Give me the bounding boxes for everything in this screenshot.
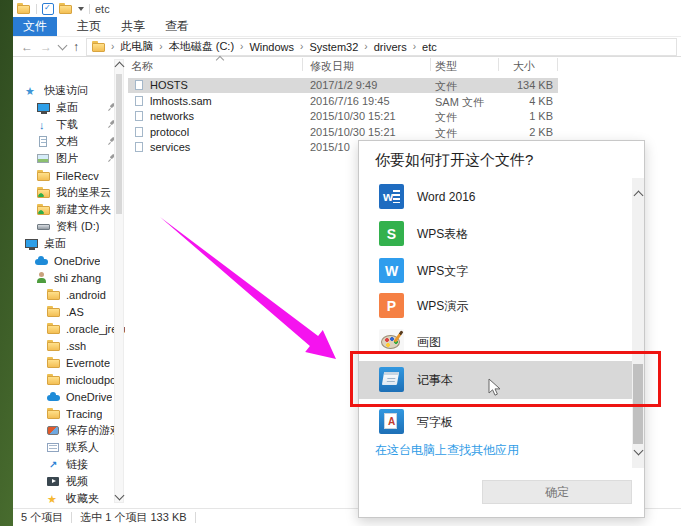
dialog-title: 你要如何打开这个文件? — [375, 151, 533, 170]
file-row[interactable]: HOSTS2017/1/2 9:49文件134 KB — [125, 78, 681, 94]
breadcrumb-item[interactable]: 本地磁盘 (C:) — [169, 39, 234, 54]
video-icon — [47, 476, 61, 488]
file-date: 2017/1/2 9:49 — [310, 79, 377, 91]
sidebar-item-label: 图片 — [56, 151, 78, 166]
column-separator[interactable] — [430, 58, 431, 71]
breadcrumb-item[interactable]: 此电脑 — [120, 39, 153, 54]
sidebar-item-label: shi zhang — [54, 272, 101, 284]
file-date: 2015/10/30 15:21 — [310, 126, 396, 138]
back-icon[interactable]: ← — [21, 41, 33, 53]
file-row[interactable]: protocol2015/10/30 15:21文件2 KB — [125, 125, 681, 141]
desktop: etc 文件 主页 共享 查看 ← → ↑ ›此电脑›本地磁盘 (C:)›Win… — [0, 0, 681, 526]
app-name: WPS文字 — [417, 252, 468, 290]
sidebar-item[interactable]: 图片 — [13, 150, 125, 167]
annotation-red-box — [350, 351, 661, 407]
sidebar-item[interactable]: shi zhang — [13, 269, 125, 286]
breadcrumb-item[interactable]: etc — [422, 41, 437, 53]
sidebar-item[interactable]: 联系人 — [13, 439, 125, 456]
sidebar-item[interactable]: .AS — [13, 303, 125, 320]
sidebar-item[interactable]: 我的坚果云 — [13, 184, 125, 201]
sidebar-scrollbar[interactable] — [114, 59, 124, 503]
column-header-name[interactable]: 名称 — [131, 59, 153, 74]
recent-locations-icon[interactable] — [58, 40, 68, 50]
sidebar-item[interactable]: 快速访问 — [13, 82, 125, 99]
sidebar-item[interactable]: 桌面 — [13, 235, 125, 252]
sidebar-item[interactable]: 下载 — [13, 116, 125, 133]
sidebar-item[interactable]: 文档 — [13, 133, 125, 150]
sidebar-item-label: 下载 — [56, 117, 78, 132]
column-separator[interactable] — [498, 58, 499, 71]
sidebar-item[interactable]: 链接 — [13, 456, 125, 473]
column-header-date[interactable]: 修改日期 — [310, 59, 354, 74]
tab-home[interactable]: 主页 — [67, 17, 111, 36]
column-header-size[interactable]: 大小 — [513, 59, 535, 74]
wordpad-icon — [379, 409, 404, 434]
separator — [36, 4, 37, 14]
app-option[interactable]: Word 2016 — [359, 178, 644, 216]
up-icon[interactable]: ↑ — [73, 41, 79, 53]
qat-customize-icon[interactable] — [78, 7, 84, 11]
sidebar-item[interactable]: Tracing — [13, 405, 125, 422]
tab-view[interactable]: 查看 — [155, 17, 199, 36]
window-title: etc — [95, 3, 110, 15]
sidebar-item[interactable]: FileRecv — [13, 167, 125, 184]
address-bar[interactable]: ›此电脑›本地磁盘 (C:)›Windows›System32›drivers›… — [86, 38, 677, 56]
file-size: 134 KB — [483, 79, 553, 91]
file-row[interactable]: networks2015/10/30 15:21文件1 KB — [125, 109, 681, 125]
sidebar-item-label: 新建文件夹 — [56, 202, 111, 217]
doc-icon — [37, 136, 51, 148]
app-name: 写字板 — [417, 403, 453, 441]
sidebar-item-label: 我的坚果云 — [56, 185, 111, 200]
file-name: protocol — [150, 126, 189, 138]
column-separator[interactable] — [557, 58, 558, 71]
sidebar-item-label: Evernote — [66, 357, 110, 369]
sidebar-item[interactable]: .android — [13, 286, 125, 303]
app-option[interactable]: 写字板 — [359, 403, 644, 441]
app-option[interactable]: WPS文字 — [359, 252, 644, 290]
sidebar-item[interactable]: 保存的游戏 — [13, 422, 125, 439]
sidebar-item[interactable]: 资料 (D:) — [13, 218, 125, 235]
qat-new-folder-icon[interactable] — [59, 3, 73, 15]
sidebar-item-label: .android — [66, 289, 106, 301]
tab-share[interactable]: 共享 — [111, 17, 155, 36]
sidebar-item[interactable]: OneDrive — [13, 252, 125, 269]
sidebar-item[interactable]: micloudpc — [13, 371, 125, 388]
folder-icon — [37, 170, 51, 182]
file-name: lmhosts.sam — [150, 95, 212, 107]
sidebar-item-label: 桌面 — [44, 236, 66, 251]
sidebar-item[interactable]: 视频 — [13, 473, 125, 490]
app-option[interactable]: WPS表格 — [359, 215, 644, 253]
breadcrumb-item[interactable]: drivers — [374, 41, 407, 53]
sidebar-item[interactable]: Evernote — [13, 354, 125, 371]
scrollbar-thumb[interactable] — [116, 74, 122, 214]
column-header-type[interactable]: 类型 — [435, 59, 457, 74]
more-apps-link[interactable]: 在这台电脑上查找其他应用 — [375, 442, 519, 459]
sidebar-item[interactable]: OneDrive — [13, 388, 125, 405]
column-separator[interactable] — [302, 58, 303, 71]
forward-icon[interactable]: → — [40, 41, 52, 53]
location-folder-icon — [92, 41, 106, 53]
sidebar-item[interactable]: 新建文件夹 — [13, 201, 125, 218]
sidebar-item[interactable]: 桌面 — [13, 99, 125, 116]
dialog-scrollbar[interactable] — [632, 178, 644, 468]
app-option[interactable]: WPS演示 — [359, 287, 644, 325]
sidebar-item-label: 桌面 — [56, 100, 78, 115]
scroll-up-icon[interactable] — [115, 62, 125, 72]
scroll-up-icon[interactable] — [634, 191, 644, 201]
sort-ascending-icon — [216, 56, 224, 64]
scroll-down-icon[interactable] — [634, 446, 644, 456]
tab-file[interactable]: 文件 — [13, 17, 57, 36]
breadcrumb-item[interactable]: System32 — [309, 41, 358, 53]
ok-button[interactable]: 确定 — [482, 480, 632, 504]
sidebar-item[interactable]: .oracle_jre_us — [13, 320, 125, 337]
scroll-down-icon[interactable] — [115, 491, 125, 501]
sidebar-item[interactable]: .ssh — [13, 337, 125, 354]
separator — [195, 512, 196, 523]
file-row[interactable]: lmhosts.sam2016/7/16 19:45SAM 文件4 KB — [125, 94, 681, 110]
breadcrumb-item[interactable]: Windows — [249, 41, 294, 53]
file-name: networks — [150, 110, 194, 122]
user-icon — [35, 272, 49, 284]
folder-icon — [47, 408, 61, 420]
sidebar-item[interactable]: 收藏夹 — [13, 490, 125, 507]
qat-properties-icon[interactable] — [42, 3, 54, 15]
